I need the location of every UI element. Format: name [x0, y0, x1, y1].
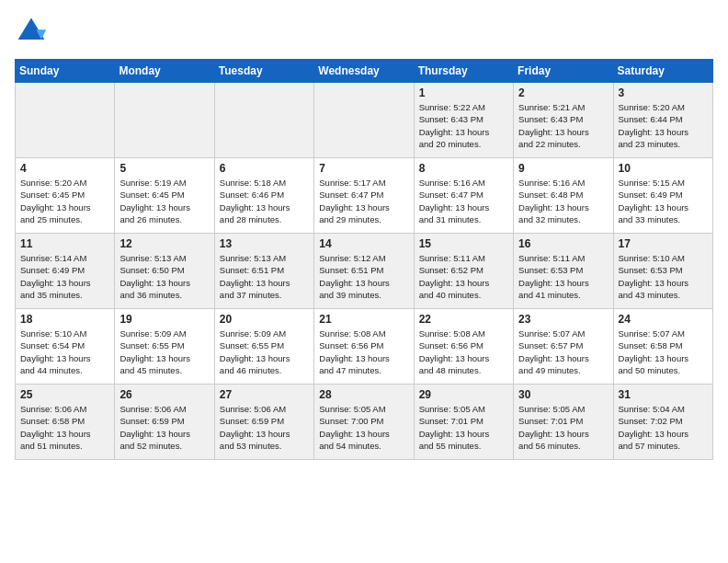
cell-info: Sunrise: 5:06 AM Sunset: 6:59 PM Dayligh…: [119, 403, 209, 452]
header-thursday: Thursday: [414, 60, 513, 83]
cell-info: Sunrise: 5:15 AM Sunset: 6:49 PM Dayligh…: [619, 177, 708, 225]
cell-info: Sunrise: 5:05 AM Sunset: 7:01 PM Dayligh…: [419, 403, 508, 452]
cell-info: Sunrise: 5:10 AM Sunset: 6:54 PM Dayligh…: [20, 327, 109, 376]
calendar-cell: 18Sunrise: 5:10 AM Sunset: 6:54 PM Dayli…: [16, 309, 115, 385]
calendar-cell: 8Sunrise: 5:16 AM Sunset: 6:47 PM Daylig…: [414, 158, 513, 234]
cell-info: Sunrise: 5:05 AM Sunset: 7:01 PM Dayligh…: [518, 403, 608, 452]
header-tuesday: Tuesday: [214, 60, 313, 83]
calendar-cell: 16Sunrise: 5:11 AM Sunset: 6:53 PM Dayli…: [514, 234, 613, 309]
calendar-cell: 13Sunrise: 5:13 AM Sunset: 6:51 PM Dayli…: [214, 234, 313, 309]
day-number: 17: [619, 237, 708, 250]
calendar-cell: 30Sunrise: 5:05 AM Sunset: 7:01 PM Dayli…: [514, 385, 613, 460]
calendar-cell: 22Sunrise: 5:08 AM Sunset: 6:56 PM Dayli…: [414, 309, 513, 385]
calendar-week-4: 18Sunrise: 5:10 AM Sunset: 6:54 PM Dayli…: [16, 309, 713, 385]
calendar-cell: 1Sunrise: 5:22 AM Sunset: 6:43 PM Daylig…: [414, 83, 513, 158]
cell-info: Sunrise: 5:20 AM Sunset: 6:45 PM Dayligh…: [20, 177, 109, 225]
cell-info: Sunrise: 5:09 AM Sunset: 6:55 PM Dayligh…: [220, 327, 309, 376]
calendar-cell: 31Sunrise: 5:04 AM Sunset: 7:02 PM Dayli…: [613, 385, 712, 460]
cell-info: Sunrise: 5:17 AM Sunset: 6:47 PM Dayligh…: [319, 177, 408, 225]
cell-info: Sunrise: 5:07 AM Sunset: 6:57 PM Dayligh…: [518, 327, 608, 376]
day-number: 1: [419, 86, 508, 99]
calendar-cell: [214, 83, 313, 158]
calendar-cell: 2Sunrise: 5:21 AM Sunset: 6:43 PM Daylig…: [514, 83, 613, 158]
calendar-cell: 5Sunrise: 5:19 AM Sunset: 6:45 PM Daylig…: [115, 158, 214, 234]
day-number: 6: [220, 162, 309, 175]
calendar-cell: 25Sunrise: 5:06 AM Sunset: 6:58 PM Dayli…: [16, 385, 115, 460]
calendar-week-1: 1Sunrise: 5:22 AM Sunset: 6:43 PM Daylig…: [16, 83, 713, 158]
cell-info: Sunrise: 5:14 AM Sunset: 6:49 PM Dayligh…: [20, 252, 109, 301]
calendar-table: SundayMondayTuesdayWednesdayThursdayFrid…: [15, 59, 713, 460]
day-number: 25: [20, 388, 109, 401]
calendar-week-5: 25Sunrise: 5:06 AM Sunset: 6:58 PM Dayli…: [16, 385, 713, 460]
cell-info: Sunrise: 5:08 AM Sunset: 6:56 PM Dayligh…: [419, 327, 508, 376]
day-number: 23: [518, 313, 608, 326]
calendar-cell: 28Sunrise: 5:05 AM Sunset: 7:00 PM Dayli…: [314, 385, 414, 460]
day-number: 22: [419, 313, 508, 326]
calendar-cell: 24Sunrise: 5:07 AM Sunset: 6:58 PM Dayli…: [613, 309, 712, 385]
day-number: 8: [419, 162, 508, 175]
day-number: 18: [20, 313, 109, 326]
day-number: 2: [518, 86, 608, 99]
calendar-cell: 27Sunrise: 5:06 AM Sunset: 6:59 PM Dayli…: [214, 385, 313, 460]
calendar-cell: 29Sunrise: 5:05 AM Sunset: 7:01 PM Dayli…: [414, 385, 513, 460]
header-wednesday: Wednesday: [314, 60, 414, 83]
cell-info: Sunrise: 5:10 AM Sunset: 6:53 PM Dayligh…: [619, 252, 708, 301]
cell-info: Sunrise: 5:11 AM Sunset: 6:53 PM Dayligh…: [518, 252, 608, 301]
page-header: [15, 15, 713, 48]
day-number: 24: [619, 313, 708, 326]
day-number: 28: [319, 388, 408, 401]
cell-info: Sunrise: 5:16 AM Sunset: 6:47 PM Dayligh…: [419, 177, 508, 225]
header-monday: Monday: [115, 60, 214, 83]
day-number: 27: [220, 388, 309, 401]
cell-info: Sunrise: 5:09 AM Sunset: 6:55 PM Dayligh…: [119, 327, 209, 376]
cell-info: Sunrise: 5:22 AM Sunset: 6:43 PM Dayligh…: [419, 101, 508, 150]
calendar-cell: 10Sunrise: 5:15 AM Sunset: 6:49 PM Dayli…: [613, 158, 712, 234]
calendar-cell: 12Sunrise: 5:13 AM Sunset: 6:50 PM Dayli…: [115, 234, 214, 309]
calendar-cell: 23Sunrise: 5:07 AM Sunset: 6:57 PM Dayli…: [514, 309, 613, 385]
calendar-cell: 4Sunrise: 5:20 AM Sunset: 6:45 PM Daylig…: [16, 158, 115, 234]
day-number: 26: [119, 388, 209, 401]
day-number: 3: [619, 86, 708, 99]
cell-info: Sunrise: 5:05 AM Sunset: 7:00 PM Dayligh…: [319, 403, 408, 452]
cell-info: Sunrise: 5:06 AM Sunset: 6:58 PM Dayligh…: [20, 403, 109, 452]
cell-info: Sunrise: 5:06 AM Sunset: 6:59 PM Dayligh…: [220, 403, 309, 452]
day-number: 13: [220, 237, 309, 250]
day-number: 9: [518, 162, 608, 175]
day-number: 5: [119, 162, 209, 175]
day-number: 29: [419, 388, 508, 401]
cell-info: Sunrise: 5:18 AM Sunset: 6:46 PM Dayligh…: [220, 177, 309, 225]
cell-info: Sunrise: 5:20 AM Sunset: 6:44 PM Dayligh…: [619, 101, 708, 150]
logo-icon: [15, 15, 48, 48]
cell-info: Sunrise: 5:12 AM Sunset: 6:51 PM Dayligh…: [319, 252, 408, 301]
day-number: 7: [319, 162, 408, 175]
cell-info: Sunrise: 5:21 AM Sunset: 6:43 PM Dayligh…: [518, 101, 608, 150]
day-number: 30: [518, 388, 608, 401]
cell-info: Sunrise: 5:19 AM Sunset: 6:45 PM Dayligh…: [119, 177, 209, 225]
day-number: 19: [119, 313, 209, 326]
logo: [15, 15, 51, 48]
calendar-cell: 7Sunrise: 5:17 AM Sunset: 6:47 PM Daylig…: [314, 158, 414, 234]
cell-info: Sunrise: 5:13 AM Sunset: 6:50 PM Dayligh…: [119, 252, 209, 301]
cell-info: Sunrise: 5:08 AM Sunset: 6:56 PM Dayligh…: [319, 327, 408, 376]
day-number: 31: [619, 388, 708, 401]
day-number: 10: [619, 162, 708, 175]
calendar-cell: 3Sunrise: 5:20 AM Sunset: 6:44 PM Daylig…: [613, 83, 712, 158]
calendar-cell: [16, 83, 115, 158]
cell-info: Sunrise: 5:11 AM Sunset: 6:52 PM Dayligh…: [419, 252, 508, 301]
calendar-cell: [314, 83, 414, 158]
calendar-cell: 14Sunrise: 5:12 AM Sunset: 6:51 PM Dayli…: [314, 234, 414, 309]
cell-info: Sunrise: 5:16 AM Sunset: 6:48 PM Dayligh…: [518, 177, 608, 225]
day-number: 21: [319, 313, 408, 326]
calendar-cell: 9Sunrise: 5:16 AM Sunset: 6:48 PM Daylig…: [514, 158, 613, 234]
cell-info: Sunrise: 5:13 AM Sunset: 6:51 PM Dayligh…: [220, 252, 309, 301]
calendar-cell: 21Sunrise: 5:08 AM Sunset: 6:56 PM Dayli…: [314, 309, 414, 385]
day-number: 20: [220, 313, 309, 326]
calendar-cell: 26Sunrise: 5:06 AM Sunset: 6:59 PM Dayli…: [115, 385, 214, 460]
calendar-cell: 20Sunrise: 5:09 AM Sunset: 6:55 PM Dayli…: [214, 309, 313, 385]
day-number: 4: [20, 162, 109, 175]
day-number: 12: [119, 237, 209, 250]
calendar-cell: [115, 83, 214, 158]
calendar-cell: 19Sunrise: 5:09 AM Sunset: 6:55 PM Dayli…: [115, 309, 214, 385]
day-number: 16: [518, 237, 608, 250]
day-number: 14: [319, 237, 408, 250]
